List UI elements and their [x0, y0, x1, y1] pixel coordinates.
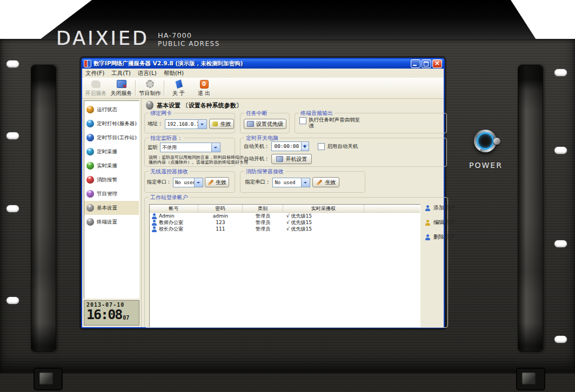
menu-language[interactable]: 语言(L) — [138, 70, 157, 77]
sidebar-item-terminal-settings[interactable]: 终端设置 — [84, 215, 139, 229]
priority-icon — [247, 121, 254, 127]
maximize-button[interactable] — [422, 59, 431, 68]
shutdown-time-spinner[interactable]: 00:00:00 — [271, 141, 309, 151]
menu-tools[interactable]: 工具(T) — [111, 70, 131, 77]
edit-user-button[interactable]: 编辑用户 — [425, 219, 455, 226]
group-bind-nic: 绑定网卡 地址： 192.168.0.119 生效 — [144, 113, 235, 133]
menu-help[interactable]: 帮助(H) — [164, 70, 184, 77]
sidebar-item-label: 消防报警 — [97, 177, 117, 184]
group-title: 工作站登录帐户 — [149, 194, 190, 201]
dropdown-arrow-icon[interactable] — [301, 178, 310, 187]
cell-password: 111 — [198, 226, 243, 232]
dropdown-arrow-icon[interactable] — [194, 178, 203, 187]
group-power-schedule: 定时开关电脑 自动关机： 00:00:00 启用自动关机 自动开机： — [240, 138, 447, 167]
dropdown-arrow-icon[interactable] — [198, 120, 206, 129]
edit-user-label: 编辑用户 — [433, 219, 455, 226]
speaker-icon — [86, 120, 94, 127]
power-button[interactable] — [474, 130, 497, 152]
sidebar-item-fire-alarm[interactable]: 消防报警 — [84, 173, 139, 187]
table-row[interactable]: 校长办公室 111 管理员 √ 优先级15 — [150, 226, 420, 232]
minimize-button[interactable] — [411, 59, 420, 68]
program-edit-button[interactable]: 节目制作 — [137, 78, 163, 98]
rack-handle-right — [518, 65, 543, 352]
sidebar-item-label: 节目管理 — [97, 191, 117, 198]
cell-password: 123 — [198, 220, 243, 225]
mounting-hole — [6, 297, 19, 304]
address-select[interactable]: 192.168.0.119 — [165, 119, 207, 129]
model-number: HA-7000 — [158, 31, 220, 39]
folder-icon — [86, 190, 94, 198]
dropdown-arrow-icon[interactable] — [211, 143, 220, 152]
fade-in-label: 执行任务时声音由弱至强 — [309, 117, 360, 129]
app-icon — [84, 60, 91, 67]
sidebar-item-program-manage[interactable]: 节目管理 — [84, 187, 139, 201]
exit-button[interactable]: 0 退 出 — [191, 78, 217, 98]
column-account[interactable]: 帐号 — [150, 205, 198, 212]
nic-apply-button[interactable]: 生效 — [209, 119, 234, 129]
listener-value: 不使用 — [161, 144, 211, 151]
table-row[interactable]: 教师办公室 123 管理员 √ 优先级15 — [150, 219, 420, 226]
boot-settings-button[interactable]: 开机设置 — [271, 154, 312, 164]
stop-service-button[interactable]: 关闭服务 — [109, 78, 134, 98]
rack-bottom-strip — [0, 373, 575, 392]
fire-apply-button[interactable]: 生效 — [312, 177, 339, 187]
fire-port-select[interactable]: No used — [272, 178, 310, 187]
menu-file[interactable]: 文件(F) — [85, 70, 104, 77]
sidebar-item-timed-bell[interactable]: 定时打铃(服务器) — [84, 117, 139, 131]
about-button[interactable]: 关 于 — [166, 78, 191, 98]
listener-note-line1: 说明：监听器可以用相同的音量，听到目标终端的 — [149, 155, 248, 160]
sidebar: 运行状态 定时打铃(服务器) 定时节目(工作站) 定时采播 — [82, 99, 142, 327]
sidebar-item-label: 运行状态 — [97, 106, 117, 113]
titlebar[interactable]: 数字IP网络广播服务器 V2.9.8 (演示版，未检测到加密狗) — [82, 59, 444, 69]
remote-port-select[interactable]: No used — [173, 178, 203, 187]
app-window: 数字IP网络广播服务器 V2.9.8 (演示版，未检测到加密狗) 文件(F) 工… — [81, 58, 445, 328]
listener-select[interactable]: 不使用 — [160, 143, 220, 152]
sidebar-item-timed-capture[interactable]: 定时采播 — [84, 145, 139, 159]
column-type[interactable]: 类别 — [243, 205, 283, 212]
column-rights[interactable]: 实时采播权 — [283, 205, 364, 212]
delete-user-button[interactable]: 删除用户 — [425, 233, 455, 241]
fade-in-checkbox[interactable] — [299, 117, 306, 124]
sidebar-item-live-capture[interactable]: 实时采播 — [84, 159, 139, 173]
column-password[interactable]: 密码 — [198, 205, 243, 212]
set-priority-button[interactable]: 设置优先级 — [244, 119, 286, 129]
listener-note-line2: 播的内容（点播除外）。选做监听器的终端最好专用 — [149, 160, 248, 165]
boot-settings-icon — [276, 156, 283, 162]
group-listener: 指定监听器： 监听 不使用 说明：监听器可以用相同的音量，听到目标终端的 播的内… — [144, 138, 235, 167]
sidebar-item-basic-settings[interactable]: 基本设置 — [84, 201, 139, 215]
sidebar-item-timed-program[interactable]: 定时节目(工作站) — [84, 131, 139, 145]
shutdown-time-value: 00:00:00 — [272, 142, 301, 151]
bracket-inset — [39, 373, 53, 384]
nic-apply-label: 生效 — [220, 120, 231, 128]
group-wireless-remote: 无线遥控器接收 指定串口： No used 生效 — [144, 171, 235, 193]
add-user-label: 添加用户 — [433, 204, 455, 212]
sidebar-list: 运行状态 定时打铃(服务器) 定时节目(工作站) 定时采播 — [84, 100, 139, 299]
remote-apply-button[interactable]: 生效 — [205, 177, 229, 187]
toolbar-separator — [135, 80, 136, 96]
edit-user-icon — [425, 220, 431, 226]
cell-type: 管理员 — [243, 226, 283, 233]
delete-user-icon — [425, 234, 431, 240]
power-button-nub — [493, 138, 500, 145]
menubar: 文件(F) 工具(T) 语言(L) 帮助(H) — [82, 69, 444, 78]
spinner-up-icon[interactable] — [302, 142, 309, 146]
enable-auto-shutdown-label: 启用自动关机 — [327, 143, 358, 150]
sidebar-item-run-status[interactable]: 运行状态 — [84, 103, 139, 117]
mounting-hole — [6, 132, 19, 139]
accounts-table[interactable]: 帐号 密码 类别 实时采播权 Admin admin 管理员 √ 优先级15 — [149, 204, 420, 327]
fire-port-label: 指定串口： — [245, 179, 271, 186]
wrench-icon — [317, 179, 323, 185]
remote-port-value: No used — [173, 180, 194, 185]
add-user-button[interactable]: 添加用户 — [425, 204, 455, 212]
cell-account: 校长办公室 — [159, 226, 183, 233]
user-icon — [151, 220, 157, 226]
rack-device: DAIXIED HA-7000 PUBLIC ADRESS POWER 数字IP… — [0, 0, 575, 392]
gear-icon — [146, 80, 154, 88]
delete-user-label: 删除用户 — [433, 233, 455, 241]
remote-apply-label: 生效 — [216, 179, 226, 186]
enable-auto-shutdown-checkbox[interactable] — [318, 143, 325, 150]
close-button[interactable] — [432, 59, 442, 68]
table-row[interactable]: Admin admin 管理员 √ 优先级15 — [150, 213, 420, 219]
start-service-label: 开启服务 — [85, 90, 107, 97]
spinner-down-icon[interactable] — [302, 146, 309, 151]
